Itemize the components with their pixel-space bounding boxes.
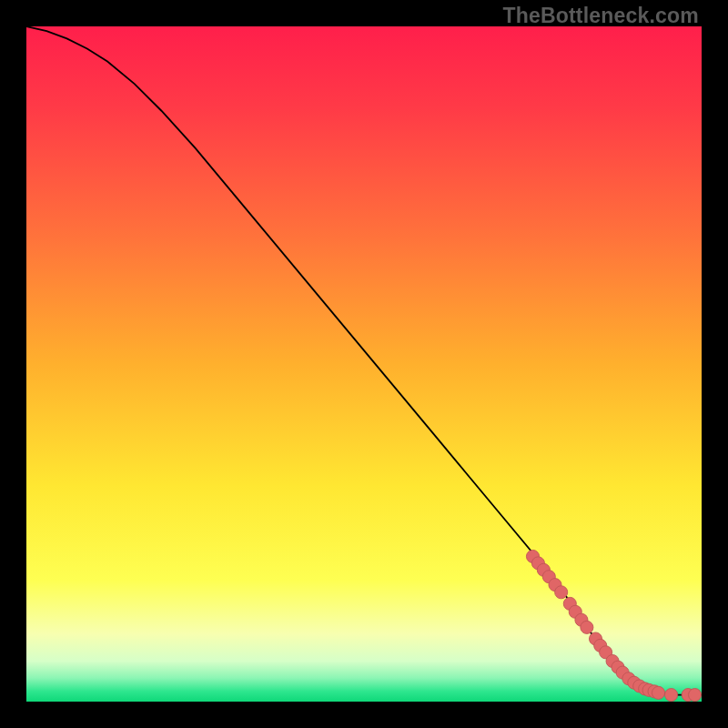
data-marker xyxy=(665,689,678,702)
data-marker xyxy=(581,621,593,633)
data-marker xyxy=(555,586,568,599)
main-curve xyxy=(26,26,702,695)
data-marker xyxy=(689,689,702,702)
chart-svg xyxy=(26,26,702,702)
chart-frame: TheBottleneck.com xyxy=(0,0,728,728)
watermark-label: TheBottleneck.com xyxy=(502,4,699,28)
data-marker xyxy=(652,686,664,699)
marker-group xyxy=(526,550,701,701)
plot-area xyxy=(26,26,702,702)
